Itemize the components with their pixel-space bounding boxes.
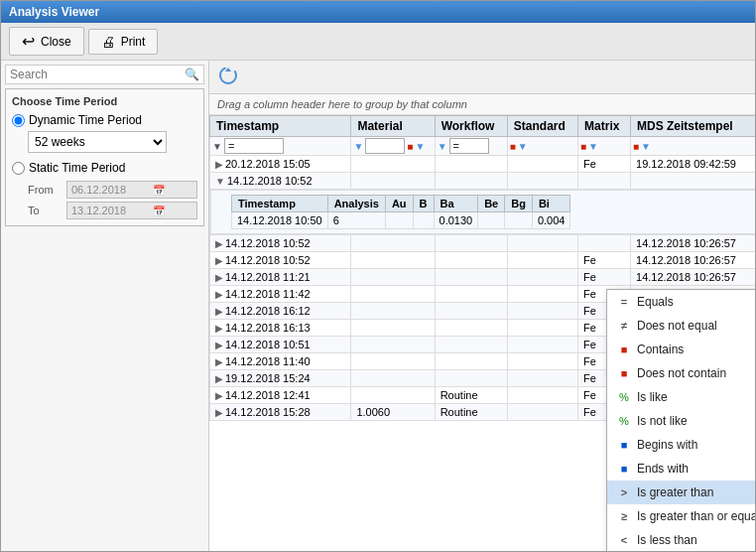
expand-icon[interactable]: ▶ [215,289,223,300]
table-container[interactable]: Timestamp Material Workflow Standard [209,115,755,551]
cell-standard [507,370,577,387]
cell-workflow [435,370,507,387]
expand-icon[interactable]: ▶ [215,340,223,350]
cell-standard [507,387,577,404]
col-timestamp[interactable]: Timestamp [210,116,351,137]
menu-item-not-equal[interactable]: ≠ Does not equal [607,314,755,338]
expand-icon[interactable]: ▶ [215,306,223,317]
col-workflow[interactable]: Workflow [435,116,507,137]
menu-item-begins-with[interactable]: ■ Begins with [607,433,755,457]
greater-equal-icon: ≥ [617,510,631,522]
expand-icon[interactable]: ▶ [215,356,223,367]
expand-icon[interactable]: ▶ [215,390,223,401]
weeks-select[interactable]: 52 weeks 4 weeks 12 weeks 26 weeks [28,131,167,153]
filter-row: ▼ ▼ ■ ▼ [210,137,756,156]
menu-item-not-like[interactable]: % Is not like [607,409,755,433]
from-date-field[interactable] [71,184,151,196]
table-row: ▶14.12.2018 10:52 Fe 14.12.2018 10:26:57… [210,252,756,269]
standard-dropdown-icon[interactable]: ▼ [518,141,528,152]
to-date-field[interactable] [71,205,151,216]
to-label: To [28,205,63,216]
cell-timestamp: ▶14.12.2018 11:21 [210,269,351,286]
expand-icon[interactable]: ▶ [215,323,223,334]
workflow-filter-input[interactable] [449,138,489,154]
cell-mds: 14.12.2018 10:26:57 [631,269,755,286]
menu-item-is-like[interactable]: % Is like [607,385,755,409]
material-filter-input[interactable] [365,138,405,154]
static-radio[interactable] [12,162,25,175]
to-date-input[interactable]: 📅 [66,202,197,219]
sub-table: Timestamp Analysis Au B Ba Be Bg [231,195,570,229]
menu-item-contains[interactable]: ■ Contains [607,338,755,361]
dynamic-radio[interactable] [12,114,25,127]
main-area: Drag a column header here to group by th… [209,61,755,551]
cell-material [351,387,435,404]
sub-cell-au [385,212,413,229]
menu-item-greater-than[interactable]: > Is greater than [607,481,755,504]
expand-icon[interactable]: ▶ [215,255,223,266]
expand-icon[interactable]: ▼ [215,176,225,187]
workflow-filter-icon[interactable]: ▼ [438,141,447,152]
toolbar: ↩ Close 🖨 Print [1,23,755,61]
sub-col-b: B [413,196,434,212]
table-row: ▶14.12.2018 10:52 14.12.2018 10:26:57 Fe [210,235,756,252]
mds-excel-icon: ■ [633,141,639,152]
less-than-icon: < [617,534,631,546]
svg-marker-1 [225,68,231,71]
material-dropdown-icon[interactable]: ▼ [415,141,425,152]
matrix-excel-icon: ■ [580,141,586,152]
menu-item-ends-with[interactable]: ■ Ends with [607,457,755,481]
menu-item-not-contain[interactable]: ■ Does not contain [607,361,755,385]
cell-matrix: Fe [578,156,631,173]
cell-timestamp: ▶14.12.2018 10:52 [210,235,351,252]
contains-label: Contains [637,343,684,356]
from-calendar-icon[interactable]: 📅 [153,185,165,196]
sub-cell-bi: 0.004 [532,212,570,229]
search-icon-button[interactable]: 🔍 [185,68,199,81]
cell-timestamp: ▶14.12.2018 16:12 [210,303,351,320]
to-calendar-icon[interactable]: 📅 [153,206,165,216]
cell-matrix: Fe [578,269,631,286]
sub-col-timestamp: Timestamp [232,196,328,212]
material-filter-icon[interactable]: ▼ [353,141,363,152]
expand-icon[interactable]: ▶ [215,238,223,249]
refresh-button[interactable] [217,65,239,89]
cell-material [351,286,435,303]
col-mds[interactable]: MDS Zeitstempel [631,116,755,137]
search-icon: 🔍 [185,68,199,81]
expand-icon[interactable]: ▶ [215,407,223,418]
expand-icon[interactable]: ▶ [215,272,223,283]
not-contain-label: Does not contain [637,366,726,380]
mds-dropdown-icon[interactable]: ▼ [641,141,651,152]
cell-standard [507,252,577,269]
table-row: ▼14.12.2018 10:52 [210,173,756,190]
sidebar: 🔍 Choose Time Period Dynamic Time Period… [1,61,209,551]
filter-dropdown-menu: = Equals ≠ Does not equal ■ Contains ■ D… [606,289,755,551]
close-button[interactable]: ↩ Close [9,27,84,56]
col-standard[interactable]: Standard [507,116,577,137]
menu-item-less-than[interactable]: < Is less than [607,528,755,551]
expand-icon[interactable]: ▶ [215,159,223,170]
not-contain-icon: ■ [617,367,631,379]
sub-table-row: 14.12.2018 10:50 6 0.0130 [232,212,570,229]
print-button[interactable]: 🖨 Print [88,29,159,55]
cell-workflow [435,235,507,252]
menu-item-equals[interactable]: = Equals [607,290,755,314]
matrix-dropdown-icon[interactable]: ▼ [588,141,598,152]
timestamp-filter-input[interactable] [224,138,284,154]
col-material[interactable]: Material [351,116,435,137]
cell-mds: 19.12.2018 09:42:59 [631,156,755,173]
filter-funnel-icon[interactable]: ▼ [212,141,222,152]
search-input[interactable] [10,68,185,81]
undo-icon: ↩ [22,32,35,51]
print-icon: 🖨 [101,34,115,50]
window-title: Analysis Viewer [9,5,747,19]
col-matrix[interactable]: Matrix [578,116,631,137]
cell-timestamp: ▶20.12.2018 15:05 [210,156,351,173]
sub-table-container: Timestamp Analysis Au B Ba Be Bg [210,190,755,234]
expand-icon[interactable]: ▶ [215,373,223,384]
menu-item-greater-equal[interactable]: ≥ Is greater than or equal to [607,504,755,528]
search-box[interactable]: 🔍 [5,65,204,84]
cell-mds: 14.12.2018 10:26:57 [631,252,755,269]
from-date-input[interactable]: 📅 [66,181,197,199]
